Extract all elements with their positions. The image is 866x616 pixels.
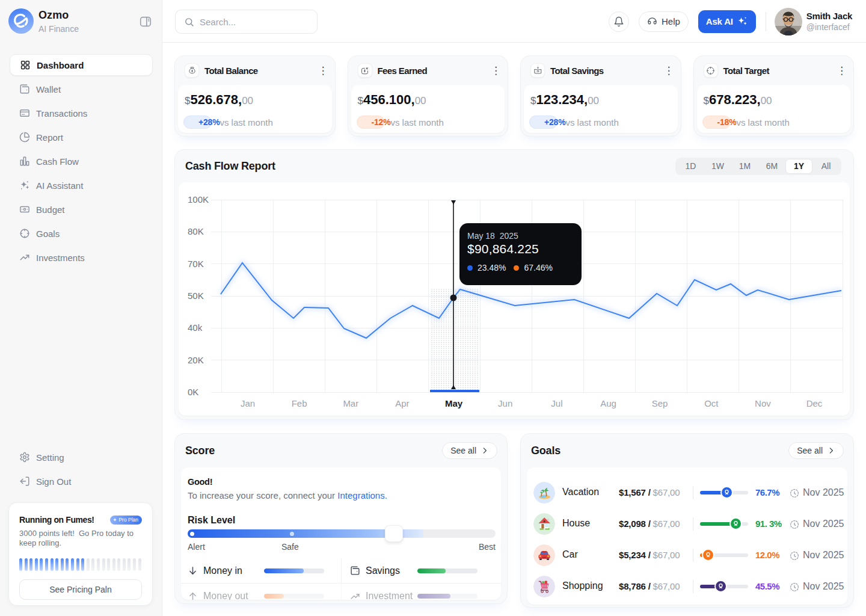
- svg-text:40k: 40k: [188, 322, 203, 333]
- svg-text:0K: 0K: [188, 387, 198, 397]
- svg-text:80K: 80K: [188, 226, 204, 236]
- svg-text:Apr: Apr: [395, 398, 409, 408]
- svg-text:May: May: [445, 398, 463, 408]
- svg-text:Mar: Mar: [343, 398, 358, 408]
- svg-text:100K: 100K: [188, 194, 209, 205]
- svg-text:70K: 70K: [188, 259, 204, 269]
- svg-text:Aug: Aug: [600, 398, 616, 408]
- svg-text:Jan: Jan: [241, 398, 255, 408]
- svg-text:50K: 50K: [188, 291, 204, 301]
- svg-text:20K: 20K: [188, 355, 204, 365]
- svg-text:Oct: Oct: [704, 398, 719, 408]
- svg-text:Feb: Feb: [292, 398, 307, 408]
- svg-text:Sep: Sep: [652, 398, 668, 408]
- svg-text:Dec: Dec: [806, 398, 823, 408]
- svg-text:Jul: Jul: [551, 398, 562, 408]
- svg-text:Jun: Jun: [498, 398, 512, 408]
- svg-text:Nov: Nov: [755, 398, 771, 408]
